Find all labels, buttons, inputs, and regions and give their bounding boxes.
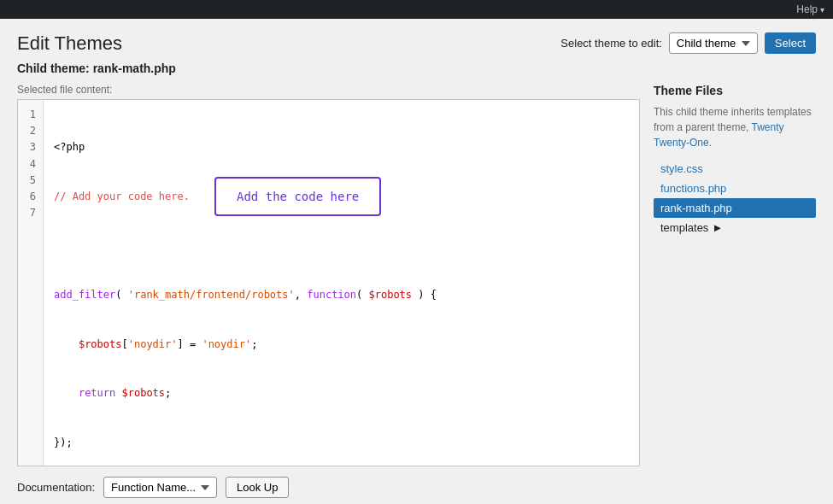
top-bar: Help	[0, 0, 833, 19]
file-item-functions[interactable]: functions.php	[654, 179, 816, 198]
help-button[interactable]: Help	[796, 3, 824, 15]
editor-section: Selected file content: 1 2 3 4 5 6 7 <?p…	[17, 84, 640, 466]
desc-part1: This child theme inherits templates from…	[654, 106, 812, 133]
code-line-2: // Add your code here.	[54, 189, 629, 205]
file-item-rankmath[interactable]: rank-math.php	[654, 198, 816, 218]
line-num-7: 7	[25, 205, 36, 221]
file-label-rankmath: rank-math.php	[660, 202, 732, 214]
theme-select-row: Select theme to edit: Child theme Select	[560, 32, 816, 54]
file-link-functions[interactable]: functions.php	[660, 182, 726, 195]
line-num-3: 3	[25, 139, 36, 155]
file-list: style.css functions.php rank-math.php te…	[654, 159, 816, 237]
file-item-templates[interactable]: templates ►	[654, 218, 816, 237]
code-line-1: <?php	[54, 139, 629, 155]
line-num-4: 4	[25, 156, 36, 173]
theme-select-label: Select theme to edit:	[560, 37, 662, 50]
theme-files-desc: This child theme inherits templates from…	[654, 104, 816, 150]
code-line-5: $robots['noydir'] = 'noydir';	[54, 337, 629, 353]
page-title: Edit Themes	[17, 32, 176, 55]
line-num-5: 5	[25, 173, 36, 189]
line-num-1: 1	[25, 107, 36, 123]
selected-file-label: Selected file content:	[17, 84, 640, 96]
file-item-style[interactable]: style.css	[654, 159, 816, 179]
bottom-bar: Documentation: Function Name... Look Up	[17, 477, 816, 498]
sidebar: Theme Files This child theme inherits te…	[654, 84, 816, 466]
folder-label-templates: templates	[660, 221, 708, 234]
theme-select-dropdown[interactable]: Child theme	[669, 32, 758, 54]
lookup-button[interactable]: Look Up	[226, 477, 289, 498]
page-wrapper: Edit Themes Child theme: rank-math.php S…	[0, 19, 833, 504]
theme-files-title: Theme Files	[654, 84, 816, 97]
help-label: Help	[796, 3, 818, 15]
select-button[interactable]: Select	[765, 32, 816, 54]
code-line-4: add_filter( 'rank_math/frontend/robots',…	[54, 287, 629, 303]
code-line-7: });	[54, 435, 629, 451]
content-area: Selected file content: 1 2 3 4 5 6 7 <?p…	[17, 84, 816, 466]
doc-label: Documentation:	[17, 481, 95, 494]
code-line-6: return $robots;	[54, 385, 629, 401]
file-link-style[interactable]: style.css	[660, 162, 703, 175]
line-num-2: 2	[25, 123, 36, 139]
line-numbers: 1 2 3 4 5 6 7	[18, 100, 44, 466]
code-editor-inner: 1 2 3 4 5 6 7 <?php // Add your code her…	[18, 100, 639, 466]
code-content[interactable]: <?php // Add your code here. add_filter(…	[44, 100, 639, 466]
doc-select[interactable]: Function Name...	[103, 477, 217, 498]
code-line-3	[54, 238, 629, 255]
line-num-6: 6	[25, 189, 36, 205]
folder-arrow-icon: ►	[712, 221, 723, 234]
code-editor-wrapper: 1 2 3 4 5 6 7 <?php // Add your code her…	[17, 99, 640, 466]
file-label: Child theme: rank-math.php	[17, 62, 176, 75]
